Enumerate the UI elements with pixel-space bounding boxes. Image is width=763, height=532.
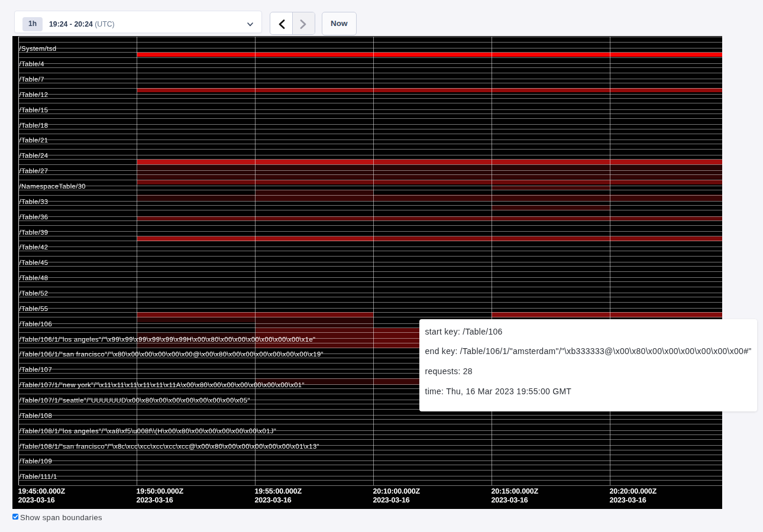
svg-text:19:55:00.000Z: 19:55:00.000Z [255, 487, 302, 495]
svg-text:2023-03-16: 2023-03-16 [609, 496, 646, 504]
svg-text:/Table/36: /Table/36 [20, 214, 49, 221]
svg-text:20:15:00.000Z: 20:15:00.000Z [491, 487, 538, 495]
svg-text:/Table/21: /Table/21 [20, 137, 49, 144]
svg-text:/Table/39: /Table/39 [20, 229, 49, 236]
svg-text:20:20:00.000Z: 20:20:00.000Z [609, 487, 657, 495]
svg-text:/Table/55: /Table/55 [20, 306, 49, 313]
svg-text:19:50:00.000Z: 19:50:00.000Z [137, 487, 184, 495]
svg-text:/Table/111/1: /Table/111/1 [20, 473, 57, 481]
svg-text:/Table/18: /Table/18 [20, 122, 49, 129]
svg-text:/Table/33: /Table/33 [20, 199, 49, 206]
svg-text:/Table/106/1/"san francisco"/": /Table/106/1/"san francisco"/"\x80\x00\x… [20, 351, 324, 358]
svg-text:2023-03-16: 2023-03-16 [373, 496, 409, 504]
svg-text:19:45:00.000Z: 19:45:00.000Z [18, 487, 66, 495]
svg-text:/Table/107/1/"seattle"/"UUUUUU: /Table/107/1/"seattle"/"UUUUUUD\x00\x80\… [20, 397, 250, 404]
svg-text:/Table/48: /Table/48 [20, 275, 49, 282]
svg-text:2023-03-16: 2023-03-16 [137, 496, 173, 504]
svg-text:/Table/45: /Table/45 [20, 259, 49, 267]
svg-text:/Table/12: /Table/12 [20, 92, 49, 99]
svg-text:2023-03-16: 2023-03-16 [491, 496, 528, 504]
svg-text:2023-03-16: 2023-03-16 [18, 496, 55, 504]
svg-text:/Table/24: /Table/24 [20, 153, 49, 160]
svg-text:/NamespaceTable/30: /NamespaceTable/30 [20, 183, 86, 190]
svg-text:/Table/106: /Table/106 [20, 321, 53, 328]
svg-text:/Table/106/1/"los angeles"/"\x: /Table/106/1/"los angeles"/"\x99\x99\x99… [20, 336, 316, 343]
svg-text:/Table/42: /Table/42 [20, 244, 49, 251]
svg-text:/Table/52: /Table/52 [20, 290, 49, 297]
svg-text:/Table/107/1/"new york"/"\x11\: /Table/107/1/"new york"/"\x11\x11\x11\x1… [20, 382, 305, 389]
svg-text:/Table/107: /Table/107 [20, 366, 53, 374]
svg-text:/Table/108: /Table/108 [20, 413, 53, 420]
svg-text:/System/tsd: /System/tsd [20, 46, 57, 53]
svg-text:/Table/108/1/"los angeles"/"\x: /Table/108/1/"los angeles"/"\xa8\xf5\u00… [20, 428, 277, 435]
svg-text:/Table/27: /Table/27 [20, 168, 49, 175]
svg-text:/Table/108/1/"san francisco"/": /Table/108/1/"san francisco"/"\x8c\xcc\x… [20, 443, 319, 450]
svg-text:/Table/15: /Table/15 [20, 107, 49, 114]
svg-text:20:10:00.000Z: 20:10:00.000Z [373, 487, 420, 495]
svg-text:/Table/4: /Table/4 [20, 61, 44, 68]
svg-text:/Table/109: /Table/109 [20, 458, 53, 465]
svg-text:/Table/7: /Table/7 [20, 76, 44, 83]
svg-text:2023-03-16: 2023-03-16 [255, 496, 292, 504]
